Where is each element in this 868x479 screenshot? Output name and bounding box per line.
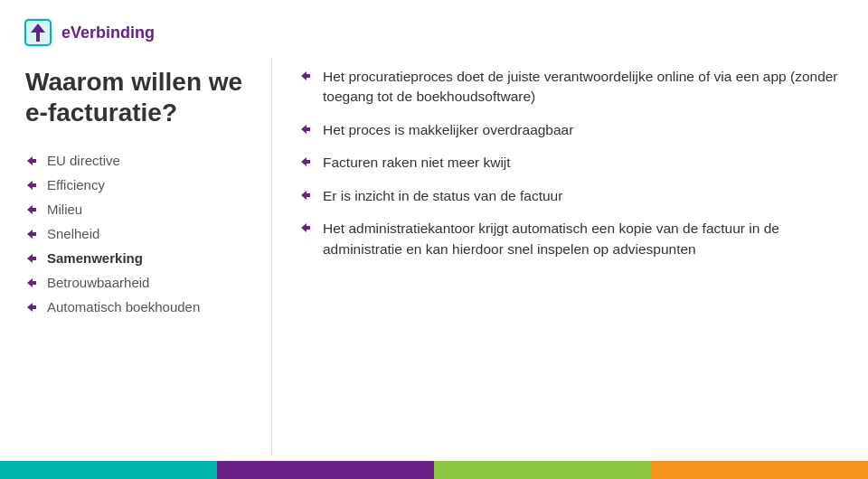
arrow-icon <box>25 203 38 216</box>
svg-marker-8 <box>27 278 36 287</box>
bottom-bar <box>0 461 868 479</box>
nav-item[interactable]: Milieu <box>25 202 244 217</box>
arrow-icon <box>25 155 38 167</box>
bar-teal <box>0 461 217 479</box>
bar-purple <box>217 461 434 479</box>
header: eVerbinding <box>0 0 868 58</box>
nav-item[interactable]: EU directive <box>25 153 244 168</box>
svg-marker-12 <box>301 157 310 166</box>
nav-list: EU directive Efficiency Milieu Snelheid <box>25 153 244 315</box>
svg-marker-10 <box>301 71 310 80</box>
nav-item[interactable]: Snelheid <box>25 226 244 241</box>
svg-marker-11 <box>301 125 310 134</box>
nav-item[interactable]: Efficiency <box>25 177 244 193</box>
bullet-item: Er is inzicht in de status van de factuu… <box>299 186 841 206</box>
arrow-icon <box>25 228 38 240</box>
svg-marker-9 <box>27 303 36 312</box>
bullet-item: Het proces is makkelijker overdraagbaar <box>299 120 841 140</box>
nav-item[interactable]: Betrouwbaarheid <box>25 275 244 290</box>
logo-icon <box>22 16 54 49</box>
svg-marker-7 <box>27 254 36 263</box>
svg-marker-14 <box>301 223 310 232</box>
bullet-item: Het procuratieproces doet de juiste vera… <box>299 67 841 108</box>
svg-marker-6 <box>27 230 36 239</box>
nav-item[interactable]: Automatisch boekhouden <box>25 299 244 315</box>
bullet-arrow-icon <box>299 189 312 202</box>
bar-orange <box>651 461 868 479</box>
bullet-arrow-icon <box>299 155 312 168</box>
arrow-icon <box>25 252 38 265</box>
bullet-item: Het administratiekantoor krijgt automati… <box>299 219 841 259</box>
main-content: Waarom willen we e-facturatie? EU direct… <box>0 58 868 456</box>
arrow-icon <box>25 179 38 192</box>
bullet-arrow-icon <box>299 70 312 82</box>
svg-marker-13 <box>301 191 310 200</box>
headline: Waarom willen we e-facturatie? <box>25 67 244 127</box>
logo: eVerbinding <box>22 16 155 49</box>
svg-marker-5 <box>27 205 36 214</box>
bullet-arrow-icon <box>299 123 312 136</box>
arrow-icon <box>25 277 38 289</box>
bullet-arrow-icon <box>299 221 312 234</box>
column-divider <box>271 58 272 456</box>
right-column: Het procuratieproces doet de juiste vera… <box>281 58 868 456</box>
nav-item-active[interactable]: Samenwerking <box>25 250 244 266</box>
svg-marker-3 <box>27 156 36 165</box>
logo-text: eVerbinding <box>61 23 155 42</box>
svg-marker-4 <box>27 181 36 190</box>
bullet-item: Facturen raken niet meer kwijt <box>299 153 841 173</box>
left-column: Waarom willen we e-facturatie? EU direct… <box>0 58 262 456</box>
bar-green <box>434 461 651 479</box>
arrow-icon <box>25 301 38 314</box>
